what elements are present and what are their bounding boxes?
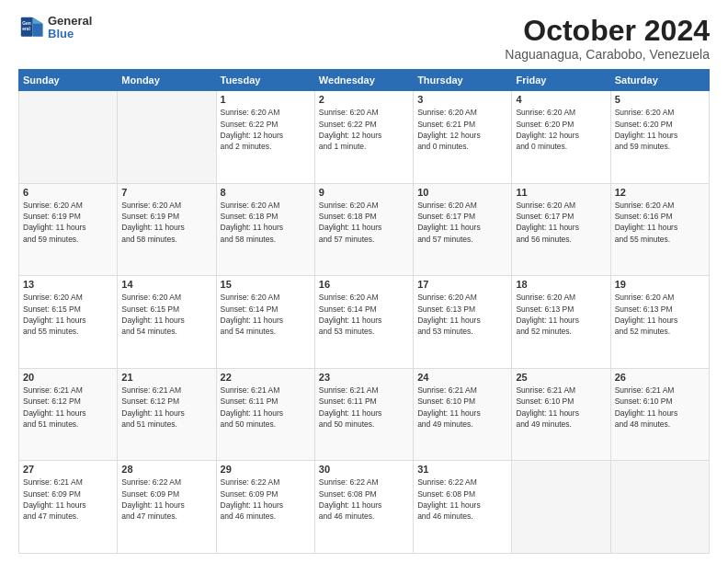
calendar-cell: 20Sunrise: 6:21 AM Sunset: 6:12 PM Dayli… — [19, 368, 118, 461]
calendar-cell — [19, 91, 118, 184]
day-number: 20 — [23, 372, 113, 383]
calendar-cell: 30Sunrise: 6:22 AM Sunset: 6:08 PM Dayli… — [314, 461, 413, 554]
calendar-cell: 15Sunrise: 6:20 AM Sunset: 6:14 PM Dayli… — [216, 276, 314, 369]
day-number: 23 — [319, 372, 409, 383]
day-info: Sunrise: 6:20 AM Sunset: 6:17 PM Dayligh… — [516, 200, 606, 245]
day-number: 11 — [516, 187, 606, 198]
day-info: Sunrise: 6:20 AM Sunset: 6:15 PM Dayligh… — [23, 292, 113, 337]
day-info: Sunrise: 6:20 AM Sunset: 6:22 PM Dayligh… — [319, 107, 409, 152]
column-header-friday: Friday — [512, 70, 610, 91]
day-info: Sunrise: 6:21 AM Sunset: 6:11 PM Dayligh… — [319, 385, 409, 430]
calendar-cell: 14Sunrise: 6:20 AM Sunset: 6:15 PM Dayli… — [118, 276, 216, 369]
calendar-cell: 29Sunrise: 6:22 AM Sunset: 6:09 PM Dayli… — [216, 461, 314, 554]
day-number: 15 — [221, 279, 311, 290]
day-info: Sunrise: 6:20 AM Sunset: 6:19 PM Dayligh… — [121, 200, 211, 245]
calendar-week-2: 6Sunrise: 6:20 AM Sunset: 6:19 PM Daylig… — [19, 183, 710, 276]
day-number: 9 — [319, 187, 409, 198]
calendar-cell: 2Sunrise: 6:20 AM Sunset: 6:22 PM Daylig… — [314, 91, 413, 184]
day-info: Sunrise: 6:20 AM Sunset: 6:15 PM Dayligh… — [121, 292, 211, 337]
day-number: 5 — [615, 94, 705, 105]
day-info: Sunrise: 6:21 AM Sunset: 6:10 PM Dayligh… — [615, 385, 705, 430]
day-number: 1 — [221, 94, 311, 105]
day-number: 27 — [23, 464, 113, 475]
day-info: Sunrise: 6:20 AM Sunset: 6:13 PM Dayligh… — [615, 292, 705, 337]
day-info: Sunrise: 6:20 AM Sunset: 6:17 PM Dayligh… — [417, 200, 507, 245]
calendar-week-3: 13Sunrise: 6:20 AM Sunset: 6:15 PM Dayli… — [19, 276, 710, 369]
calendar-cell: 18Sunrise: 6:20 AM Sunset: 6:13 PM Dayli… — [512, 276, 610, 369]
day-number: 7 — [121, 187, 211, 198]
logo-text: General Blue — [48, 15, 92, 41]
day-number: 6 — [23, 187, 113, 198]
day-info: Sunrise: 6:20 AM Sunset: 6:14 PM Dayligh… — [221, 292, 311, 337]
day-info: Sunrise: 6:20 AM Sunset: 6:20 PM Dayligh… — [516, 107, 606, 152]
page: Gen eral General Blue October 2024 Nagua… — [0, 0, 728, 563]
day-number: 26 — [615, 372, 705, 383]
day-number: 8 — [221, 187, 311, 198]
day-info: Sunrise: 6:20 AM Sunset: 6:22 PM Dayligh… — [221, 107, 311, 152]
calendar-cell — [610, 461, 709, 554]
calendar-cell — [512, 461, 610, 554]
day-info: Sunrise: 6:21 AM Sunset: 6:12 PM Dayligh… — [23, 385, 113, 430]
calendar-cell: 25Sunrise: 6:21 AM Sunset: 6:10 PM Dayli… — [512, 368, 610, 461]
day-number: 28 — [121, 464, 211, 475]
svg-text:eral: eral — [22, 27, 30, 31]
day-info: Sunrise: 6:20 AM Sunset: 6:19 PM Dayligh… — [23, 200, 113, 245]
day-number: 21 — [121, 372, 211, 383]
calendar-cell: 23Sunrise: 6:21 AM Sunset: 6:11 PM Dayli… — [314, 368, 413, 461]
calendar-cell: 10Sunrise: 6:20 AM Sunset: 6:17 PM Dayli… — [414, 183, 512, 276]
month-title: October 2024 — [505, 15, 710, 47]
day-number: 17 — [417, 279, 507, 290]
day-info: Sunrise: 6:21 AM Sunset: 6:10 PM Dayligh… — [516, 385, 606, 430]
calendar-cell: 6Sunrise: 6:20 AM Sunset: 6:19 PM Daylig… — [19, 183, 118, 276]
calendar-cell: 21Sunrise: 6:21 AM Sunset: 6:12 PM Dayli… — [118, 368, 216, 461]
calendar-cell: 4Sunrise: 6:20 AM Sunset: 6:20 PM Daylig… — [512, 91, 610, 184]
day-info: Sunrise: 6:21 AM Sunset: 6:11 PM Dayligh… — [221, 385, 311, 430]
calendar-cell: 3Sunrise: 6:20 AM Sunset: 6:21 PM Daylig… — [414, 91, 512, 184]
day-number: 14 — [121, 279, 211, 290]
day-number: 25 — [516, 372, 606, 383]
day-info: Sunrise: 6:22 AM Sunset: 6:08 PM Dayligh… — [417, 477, 507, 522]
calendar-cell: 22Sunrise: 6:21 AM Sunset: 6:11 PM Dayli… — [216, 368, 314, 461]
day-number: 24 — [417, 372, 507, 383]
calendar-cell: 1Sunrise: 6:20 AM Sunset: 6:22 PM Daylig… — [216, 91, 314, 184]
calendar-cell: 13Sunrise: 6:20 AM Sunset: 6:15 PM Dayli… — [19, 276, 118, 369]
location: Naguanagua, Carabobo, Venezuela — [505, 47, 710, 62]
day-number: 18 — [516, 279, 606, 290]
day-number: 2 — [319, 94, 409, 105]
logo-blue: Blue — [48, 28, 92, 40]
day-number: 30 — [319, 464, 409, 475]
day-info: Sunrise: 6:20 AM Sunset: 6:18 PM Dayligh… — [319, 200, 409, 245]
day-info: Sunrise: 6:21 AM Sunset: 6:12 PM Dayligh… — [121, 385, 211, 430]
calendar-cell: 8Sunrise: 6:20 AM Sunset: 6:18 PM Daylig… — [216, 183, 314, 276]
calendar-week-1: 1Sunrise: 6:20 AM Sunset: 6:22 PM Daylig… — [19, 91, 710, 184]
calendar-cell: 24Sunrise: 6:21 AM Sunset: 6:10 PM Dayli… — [414, 368, 512, 461]
day-info: Sunrise: 6:21 AM Sunset: 6:10 PM Dayligh… — [417, 385, 507, 430]
column-header-sunday: Sunday — [19, 70, 118, 91]
logo: Gen eral General Blue — [18, 15, 92, 41]
title-block: October 2024 Naguanagua, Carabobo, Venez… — [505, 15, 710, 62]
calendar-cell: 12Sunrise: 6:20 AM Sunset: 6:16 PM Dayli… — [610, 183, 709, 276]
day-info: Sunrise: 6:20 AM Sunset: 6:13 PM Dayligh… — [417, 292, 507, 337]
calendar-cell: 17Sunrise: 6:20 AM Sunset: 6:13 PM Dayli… — [414, 276, 512, 369]
calendar-cell: 16Sunrise: 6:20 AM Sunset: 6:14 PM Dayli… — [314, 276, 413, 369]
calendar-cell: 31Sunrise: 6:22 AM Sunset: 6:08 PM Dayli… — [414, 461, 512, 554]
day-number: 10 — [417, 187, 507, 198]
day-info: Sunrise: 6:20 AM Sunset: 6:18 PM Dayligh… — [221, 200, 311, 245]
column-header-tuesday: Tuesday — [216, 70, 314, 91]
day-info: Sunrise: 6:20 AM Sunset: 6:16 PM Dayligh… — [615, 200, 705, 245]
calendar-cell — [118, 91, 216, 184]
calendar-cell: 7Sunrise: 6:20 AM Sunset: 6:19 PM Daylig… — [118, 183, 216, 276]
calendar-cell: 9Sunrise: 6:20 AM Sunset: 6:18 PM Daylig… — [314, 183, 413, 276]
calendar-week-5: 27Sunrise: 6:21 AM Sunset: 6:09 PM Dayli… — [19, 461, 710, 554]
column-header-wednesday: Wednesday — [314, 70, 413, 91]
logo-icon: Gen eral — [18, 15, 44, 40]
column-header-thursday: Thursday — [414, 70, 512, 91]
day-info: Sunrise: 6:21 AM Sunset: 6:09 PM Dayligh… — [23, 477, 113, 522]
calendar-cell: 19Sunrise: 6:20 AM Sunset: 6:13 PM Dayli… — [610, 276, 709, 369]
calendar-cell: 27Sunrise: 6:21 AM Sunset: 6:09 PM Dayli… — [19, 461, 118, 554]
day-info: Sunrise: 6:22 AM Sunset: 6:08 PM Dayligh… — [319, 477, 409, 522]
day-number: 22 — [221, 372, 311, 383]
calendar-cell: 11Sunrise: 6:20 AM Sunset: 6:17 PM Dayli… — [512, 183, 610, 276]
day-info: Sunrise: 6:20 AM Sunset: 6:13 PM Dayligh… — [516, 292, 606, 337]
calendar-cell: 5Sunrise: 6:20 AM Sunset: 6:20 PM Daylig… — [610, 91, 709, 184]
